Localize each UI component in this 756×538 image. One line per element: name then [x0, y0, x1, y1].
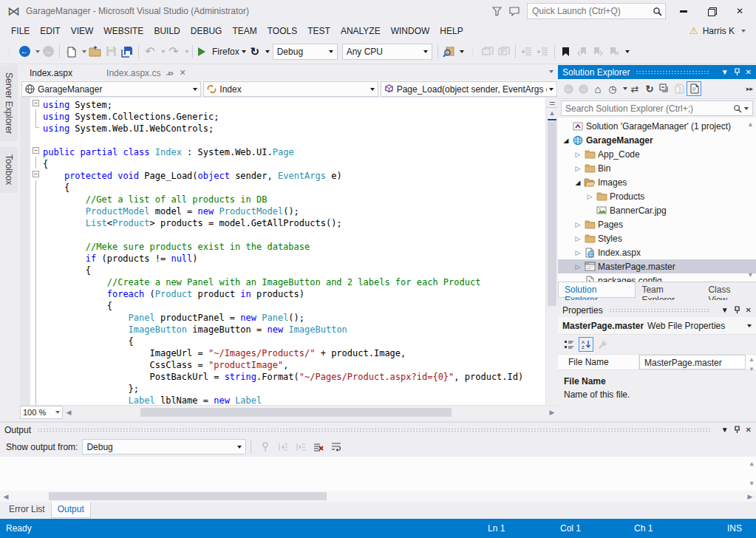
outline-marker[interactable]: [30, 334, 43, 346]
tab-well-dropdown-icon[interactable]: [549, 70, 554, 73]
code-line[interactable]: {: [43, 182, 558, 194]
property-value-cell[interactable]: MasterPage.master: [639, 355, 746, 370]
properties-close-icon[interactable]: ✕: [746, 306, 752, 314]
tree-item-solution-garagemanager-1-project[interactable]: Solution 'GarageManager' (1 project): [558, 119, 756, 133]
user-account-name[interactable]: Harris K: [703, 26, 735, 36]
previous-bookmark-icon[interactable]: [574, 44, 590, 60]
menu-team[interactable]: TEAM: [227, 24, 262, 38]
output-horizontal-scrollbar[interactable]: ◀ ▶: [0, 491, 756, 502]
code-line[interactable]: ProductModel model = new ProductModel();: [43, 205, 558, 217]
next-message-icon[interactable]: [293, 440, 309, 454]
solution-platform-combo[interactable]: Any CPU: [342, 44, 432, 60]
code-line[interactable]: //Create a new Panel with an ImageButton…: [43, 276, 558, 288]
type-dropdown[interactable]: Index: [203, 81, 378, 97]
grid-scroll-up-icon[interactable]: ▲: [749, 356, 755, 363]
feedback-funnel-icon[interactable]: [492, 7, 502, 16]
categorized-view-icon[interactable]: [562, 337, 576, 352]
outline-marker[interactable]: [30, 180, 43, 192]
document-tab-index-aspx[interactable]: Index.aspx: [23, 65, 79, 81]
menu-tools[interactable]: TOOLS: [262, 24, 302, 38]
run-target-caret-icon[interactable]: [239, 50, 247, 53]
toolbar-options-caret-icon[interactable]: [623, 50, 630, 53]
output-log[interactable]: ▲ ▼ 'iisexpress.exe' (CLR v4.0.30319: /L…: [0, 457, 756, 491]
increase-indent-icon[interactable]: [535, 44, 551, 60]
scroll-up-arrow-icon[interactable]: ▲: [546, 108, 558, 118]
expander-closed-icon[interactable]: ▷: [573, 151, 583, 158]
open-file-icon[interactable]: [86, 44, 103, 60]
se-collapse-all-icon[interactable]: [657, 81, 672, 96]
code-editor[interactable]: −−− using System;using System.Collection…: [20, 98, 558, 405]
panel-tab-solution-explorer[interactable]: Solution Explorer: [558, 282, 636, 298]
tree-item-products[interactable]: ▷Products: [558, 189, 756, 203]
expander-closed-icon[interactable]: ▷: [573, 221, 583, 228]
code-line[interactable]: Panel productPanel = new Panel();: [43, 312, 558, 324]
expander-closed-icon[interactable]: ▷: [573, 235, 583, 242]
close-button[interactable]: ✕: [729, 3, 750, 19]
menu-build[interactable]: BUILD: [149, 24, 185, 38]
outline-marker[interactable]: [30, 263, 43, 275]
tree-item-masterpage-master[interactable]: ▷MasterPage.master: [558, 259, 756, 273]
code-line[interactable]: };: [43, 383, 558, 395]
code-line[interactable]: ImageUrl = "~/Images/Products/" + produc…: [43, 347, 558, 359]
se-refresh-icon[interactable]: ↻: [642, 81, 657, 96]
next-bookmark-icon[interactable]: [590, 44, 607, 60]
quick-launch-box[interactable]: [527, 3, 666, 19]
panel-tab-class-view[interactable]: Class View: [702, 282, 756, 298]
se-toolbar-overflow-icon[interactable]: ▸▸: [746, 85, 753, 92]
code-line[interactable]: using System.Collections.Generic;: [43, 111, 558, 123]
code-line[interactable]: [43, 134, 558, 146]
properties-title-bar[interactable]: Properties ▼ ✕: [558, 303, 756, 317]
outline-marker[interactable]: [30, 192, 43, 204]
outline-marker[interactable]: [30, 121, 43, 133]
outline-marker[interactable]: [30, 275, 43, 287]
find-message-icon[interactable]: [257, 440, 273, 454]
notification-warning-icon[interactable]: ⚠: [689, 25, 698, 36]
output-pin-icon[interactable]: [734, 426, 740, 434]
code-line[interactable]: //Get a list of all products in DB: [43, 194, 558, 205]
collapse-box-icon[interactable]: −: [33, 100, 39, 106]
run-target-label[interactable]: Firefox: [212, 47, 239, 57]
se-show-all-files-icon[interactable]: [672, 81, 687, 96]
close-panel-icon[interactable]: ✕: [746, 68, 752, 76]
navigate-backward-icon[interactable]: ←: [16, 44, 33, 60]
clear-bookmarks-icon[interactable]: [607, 44, 623, 60]
menu-help[interactable]: HELP: [435, 24, 468, 38]
find-in-files-icon[interactable]: [441, 44, 457, 60]
redo-icon[interactable]: ↷: [166, 44, 182, 60]
outline-marker[interactable]: −: [30, 98, 43, 109]
alphabetical-sort-icon[interactable]: AZ: [579, 337, 593, 352]
window-position-caret-icon[interactable]: ▼: [721, 68, 729, 76]
code-line[interactable]: Label lblName = new Label: [43, 395, 558, 405]
navigate-forward-icon[interactable]: →: [40, 44, 56, 60]
tree-item-images[interactable]: ◢Images: [558, 175, 756, 189]
output-scroll-right-icon[interactable]: ▶: [744, 493, 756, 500]
code-line[interactable]: ImageButton imageButton = new ImageButto…: [43, 324, 558, 336]
member-dropdown[interactable]: Page_Load(object sender, EventArgs e): [381, 81, 557, 97]
solution-explorer-search-input[interactable]: [565, 103, 733, 114]
solution-configuration-combo[interactable]: Debug: [273, 44, 338, 60]
code-line[interactable]: protected void Page_Load(object sender, …: [43, 170, 558, 182]
outline-marker[interactable]: [30, 216, 43, 228]
side-tab-toolbox[interactable]: Toolbox: [0, 147, 18, 192]
code-line[interactable]: List<Product> products = model.GetAllPro…: [43, 217, 558, 229]
expander-open-icon[interactable]: ◢: [573, 179, 583, 186]
tree-scroll-down-icon[interactable]: ▼: [747, 271, 754, 279]
expander-closed-icon[interactable]: ▷: [573, 165, 583, 172]
outline-marker[interactable]: [30, 239, 43, 251]
outline-marker[interactable]: [30, 287, 43, 299]
menu-analyze[interactable]: ANALYZE: [336, 24, 386, 38]
vertical-scroll-thumb[interactable]: [548, 121, 556, 306]
code-line[interactable]: {: [43, 265, 558, 276]
outline-marker[interactable]: [30, 310, 43, 322]
code-line[interactable]: //Meke sure products exist in the databa…: [43, 241, 558, 253]
tree-item-app-code[interactable]: ▷App_Code: [558, 147, 756, 161]
tree-item-index-aspx[interactable]: ▷Index.aspx: [558, 245, 756, 259]
outline-marker[interactable]: [30, 251, 43, 263]
editor-vertical-scrollbar[interactable]: ⚌ ▲: [545, 98, 558, 405]
code-line[interactable]: {: [43, 336, 558, 347]
code-line[interactable]: {: [43, 300, 558, 312]
new-file-icon[interactable]: [63, 44, 79, 60]
editor-zoom-combo[interactable]: 100 %: [20, 406, 63, 419]
outline-marker[interactable]: −: [30, 145, 43, 157]
property-name-cell[interactable]: File Name: [558, 355, 639, 370]
